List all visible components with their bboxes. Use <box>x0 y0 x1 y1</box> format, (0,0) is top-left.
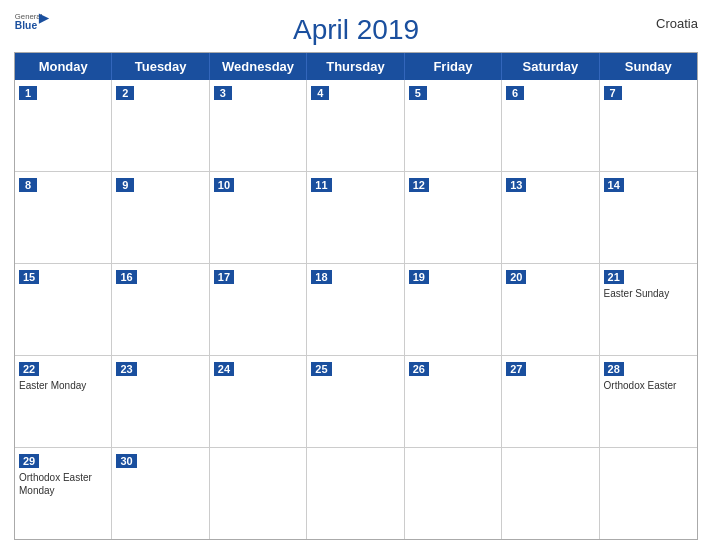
calendar-cell: 9 <box>112 172 209 263</box>
weekday-header: Saturday <box>502 53 599 80</box>
day-number: 25 <box>311 362 331 376</box>
day-number: 27 <box>506 362 526 376</box>
day-number: 20 <box>506 270 526 284</box>
cell-event: Orthodox Easter <box>604 379 693 392</box>
calendar-cell: 4 <box>307 80 404 171</box>
calendar-cell <box>210 448 307 539</box>
day-number: 7 <box>604 86 622 100</box>
day-number: 3 <box>214 86 232 100</box>
day-number: 23 <box>116 362 136 376</box>
calendar-week: 29Orthodox Easter Monday30 <box>15 448 697 539</box>
logo-icon: General Blue <box>14 10 50 34</box>
weekday-header: Monday <box>15 53 112 80</box>
day-number: 10 <box>214 178 234 192</box>
day-number: 17 <box>214 270 234 284</box>
calendar-cell: 21Easter Sunday <box>600 264 697 355</box>
day-number: 1 <box>19 86 37 100</box>
day-number: 26 <box>409 362 429 376</box>
weekday-header: Wednesday <box>210 53 307 80</box>
day-number: 19 <box>409 270 429 284</box>
calendar-week: 22Easter Monday232425262728Orthodox East… <box>15 356 697 448</box>
weekday-header: Sunday <box>600 53 697 80</box>
day-number: 6 <box>506 86 524 100</box>
day-number: 16 <box>116 270 136 284</box>
day-number: 9 <box>116 178 134 192</box>
calendar-cell: 23 <box>112 356 209 447</box>
day-number: 2 <box>116 86 134 100</box>
calendar-cell <box>502 448 599 539</box>
calendar-cell: 11 <box>307 172 404 263</box>
calendar-cell: 16 <box>112 264 209 355</box>
calendar-cell <box>600 448 697 539</box>
calendar-cell: 7 <box>600 80 697 171</box>
calendar-cell: 3 <box>210 80 307 171</box>
calendar-cell: 29Orthodox Easter Monday <box>15 448 112 539</box>
svg-text:Blue: Blue <box>15 20 38 31</box>
day-number: 13 <box>506 178 526 192</box>
calendar-cell: 1 <box>15 80 112 171</box>
page-title: April 2019 <box>293 14 419 46</box>
day-number: 12 <box>409 178 429 192</box>
calendar-cell: 6 <box>502 80 599 171</box>
day-number: 11 <box>311 178 331 192</box>
calendar-cell: 14 <box>600 172 697 263</box>
calendar-header: MondayTuesdayWednesdayThursdayFridaySatu… <box>15 53 697 80</box>
calendar-cell: 8 <box>15 172 112 263</box>
day-number: 14 <box>604 178 624 192</box>
header: General Blue April 2019 Croatia <box>14 10 698 46</box>
calendar-cell: 2 <box>112 80 209 171</box>
calendar-cell: 12 <box>405 172 502 263</box>
country-label: Croatia <box>656 16 698 31</box>
calendar-cell <box>405 448 502 539</box>
calendar-week: 891011121314 <box>15 172 697 264</box>
weekday-header: Friday <box>405 53 502 80</box>
day-number: 22 <box>19 362 39 376</box>
calendar-page: General Blue April 2019 Croatia MondayTu… <box>0 0 712 550</box>
day-number: 4 <box>311 86 329 100</box>
calendar-cell: 24 <box>210 356 307 447</box>
calendar-cell: 22Easter Monday <box>15 356 112 447</box>
weekday-header: Thursday <box>307 53 404 80</box>
calendar-cell: 18 <box>307 264 404 355</box>
weekday-header: Tuesday <box>112 53 209 80</box>
day-number: 24 <box>214 362 234 376</box>
calendar-cell: 27 <box>502 356 599 447</box>
calendar-cell: 10 <box>210 172 307 263</box>
logo: General Blue <box>14 10 50 34</box>
calendar: MondayTuesdayWednesdayThursdayFridaySatu… <box>14 52 698 540</box>
day-number: 18 <box>311 270 331 284</box>
day-number: 30 <box>116 454 136 468</box>
cell-event: Easter Monday <box>19 379 107 392</box>
day-number: 28 <box>604 362 624 376</box>
calendar-week: 15161718192021Easter Sunday <box>15 264 697 356</box>
calendar-cell: 26 <box>405 356 502 447</box>
calendar-cell: 20 <box>502 264 599 355</box>
calendar-cell: 17 <box>210 264 307 355</box>
calendar-cell <box>307 448 404 539</box>
title-area: April 2019 <box>293 14 419 46</box>
calendar-cell: 5 <box>405 80 502 171</box>
cell-event: Easter Sunday <box>604 287 693 300</box>
day-number: 29 <box>19 454 39 468</box>
day-number: 15 <box>19 270 39 284</box>
calendar-body: 123456789101112131415161718192021Easter … <box>15 80 697 539</box>
calendar-week: 1234567 <box>15 80 697 172</box>
calendar-cell: 25 <box>307 356 404 447</box>
calendar-cell: 15 <box>15 264 112 355</box>
calendar-cell: 30 <box>112 448 209 539</box>
cell-event: Orthodox Easter Monday <box>19 471 107 497</box>
calendar-cell: 28Orthodox Easter <box>600 356 697 447</box>
calendar-cell: 19 <box>405 264 502 355</box>
calendar-cell: 13 <box>502 172 599 263</box>
day-number: 8 <box>19 178 37 192</box>
day-number: 21 <box>604 270 624 284</box>
day-number: 5 <box>409 86 427 100</box>
